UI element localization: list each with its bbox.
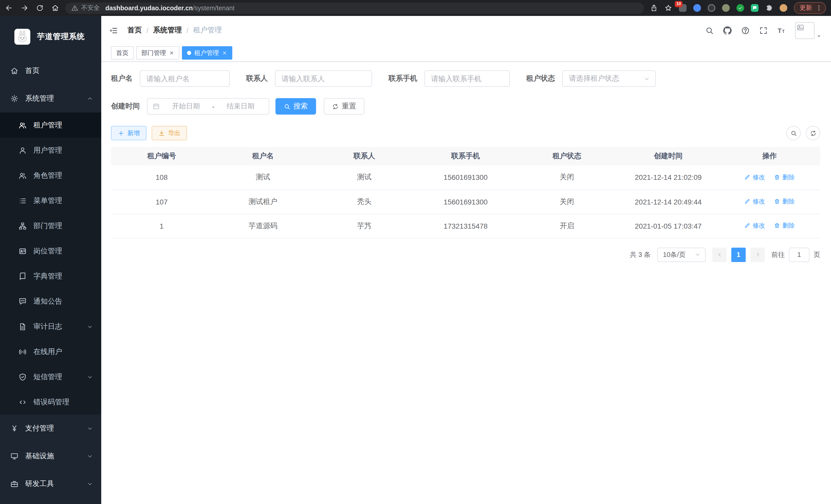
edit-tenant-link[interactable]: 修改 bbox=[744, 197, 765, 206]
sidebar-item-department-management[interactable]: 部门管理 bbox=[0, 213, 101, 238]
page-size-select[interactable]: 10条/页 bbox=[657, 247, 706, 262]
sidebar-item-home[interactable]: 首页 bbox=[0, 57, 101, 85]
sidebar-item-audit-log[interactable]: 审计日志 bbox=[0, 314, 101, 339]
sidebar-fold-icon[interactable] bbox=[109, 25, 118, 35]
broadcast-icon bbox=[19, 348, 27, 356]
browser-menu-dots-icon[interactable] bbox=[815, 5, 822, 11]
sidebar-item-menu-management[interactable]: 菜单管理 bbox=[0, 188, 101, 213]
sidebar-item-dict-management[interactable]: 字典管理 bbox=[0, 264, 101, 289]
font-size-icon[interactable]: TT bbox=[777, 26, 786, 35]
phone-input[interactable] bbox=[425, 70, 510, 87]
cell-created: 2021-12-14 20:49:44 bbox=[618, 189, 719, 214]
edit-icon bbox=[744, 199, 751, 205]
sidebar-item-error-code-management[interactable]: 错误码管理 bbox=[0, 389, 101, 415]
extensions-puzzle-icon[interactable] bbox=[765, 4, 773, 12]
chevron-down-icon bbox=[694, 251, 701, 258]
delete-tenant-link[interactable]: 删除 bbox=[774, 197, 795, 206]
cell-name: 测试 bbox=[212, 166, 314, 189]
edit-tenant-link[interactable]: 修改 bbox=[744, 173, 765, 182]
main-area: 首页 / 系统管理 / 租户管理 TT bbox=[101, 16, 831, 504]
user-avatar-menu[interactable] bbox=[795, 22, 822, 39]
chevron-down-icon bbox=[87, 374, 93, 380]
security-warning-icon[interactable] bbox=[71, 5, 78, 11]
delete-tenant-link[interactable]: 删除 bbox=[774, 173, 795, 182]
cell-actions: 修改 删除 bbox=[719, 166, 820, 189]
sidebar-item-user-management[interactable]: 用户管理 bbox=[0, 138, 101, 163]
phone-label: 联系手机 bbox=[389, 74, 417, 83]
refresh-table-button[interactable] bbox=[806, 126, 820, 140]
contact-input[interactable] bbox=[275, 70, 372, 87]
extension-dark-icon[interactable] bbox=[708, 4, 715, 12]
export-button-label: 导出 bbox=[168, 129, 180, 138]
book-icon bbox=[19, 272, 27, 280]
sidebar-item-infrastructure[interactable]: 基础设施 bbox=[0, 442, 101, 470]
browser-home-icon[interactable] bbox=[51, 4, 59, 12]
active-tab-dot bbox=[187, 51, 191, 55]
search-button[interactable]: 搜索 bbox=[276, 98, 316, 115]
extension-chat-icon[interactable] bbox=[751, 4, 758, 12]
tab-label: 首页 bbox=[116, 49, 128, 57]
bookmark-star-icon[interactable] bbox=[664, 4, 672, 12]
refresh-icon bbox=[810, 130, 816, 137]
sidebar-item-payment-management[interactable]: 支付管理 bbox=[0, 415, 101, 442]
sidebar-item-dev-tools[interactable]: 研发工具 bbox=[0, 470, 101, 498]
browser-forward-icon[interactable] bbox=[21, 4, 28, 12]
chevron-right-icon bbox=[754, 251, 761, 258]
close-icon[interactable] bbox=[222, 50, 227, 56]
column-header-phone: 联系手机 bbox=[415, 147, 516, 166]
next-page-button[interactable] bbox=[750, 247, 765, 262]
breadcrumb-home[interactable]: 首页 bbox=[127, 26, 142, 35]
browser-profile-avatar[interactable] bbox=[780, 4, 787, 12]
chevron-down-icon bbox=[87, 481, 93, 487]
prev-page-button[interactable] bbox=[712, 247, 727, 262]
header-search-icon[interactable] bbox=[705, 26, 714, 35]
sidebar-item-sms-management[interactable]: 短信管理 bbox=[0, 364, 101, 389]
toggle-search-button[interactable] bbox=[786, 126, 801, 140]
sidebar-item-system-management[interactable]: 系统管理 bbox=[0, 85, 101, 113]
cell-name: 测试租户 bbox=[212, 189, 314, 214]
sidebar-item-tenant-management[interactable]: 租户管理 bbox=[0, 113, 101, 138]
create-time-range-picker[interactable]: 开始日期 - 结束日期 bbox=[147, 98, 269, 115]
page-url: dashboard.yudao.iocoder.cn/system/tenant bbox=[105, 4, 235, 11]
extension-green-check-icon[interactable] bbox=[737, 4, 744, 12]
sidebar-item-online-users[interactable]: 在线用户 bbox=[0, 339, 101, 364]
address-bar[interactable]: 不安全 dashboard.yudao.iocoder.cn/system/te… bbox=[65, 2, 644, 13]
cell-status: 关闭 bbox=[516, 166, 618, 189]
page-number-button[interactable]: 1 bbox=[731, 247, 746, 262]
cell-id: 1 bbox=[111, 214, 212, 238]
sidebar-item-notice[interactable]: 通知公告 bbox=[0, 289, 101, 314]
app-logo[interactable]: 芋道管理系统 bbox=[0, 16, 101, 57]
tab-home[interactable]: 首页 bbox=[111, 46, 134, 60]
edit-tenant-link[interactable]: 修改 bbox=[744, 221, 765, 230]
close-icon[interactable] bbox=[169, 50, 174, 56]
navbar-actions: TT bbox=[705, 22, 822, 39]
github-icon[interactable] bbox=[723, 26, 732, 35]
sidebar-item-post-management[interactable]: 岗位管理 bbox=[0, 238, 101, 264]
delete-tenant-link[interactable]: 删除 bbox=[774, 221, 795, 230]
browser-reload-icon[interactable] bbox=[36, 4, 44, 12]
export-button[interactable]: 导出 bbox=[152, 126, 187, 140]
chrome-update-button[interactable]: 更新 bbox=[794, 2, 826, 14]
reset-button[interactable]: 重置 bbox=[324, 98, 364, 115]
tab-dept-management[interactable]: 部门管理 bbox=[136, 46, 179, 60]
extension-badge: 10 bbox=[675, 1, 683, 7]
extension-olive-icon[interactable] bbox=[722, 4, 730, 12]
fullscreen-icon[interactable] bbox=[759, 26, 768, 35]
sidebar-item-role-management[interactable]: 角色管理 bbox=[0, 163, 101, 188]
goto-page-input[interactable] bbox=[789, 247, 809, 262]
help-icon[interactable] bbox=[741, 26, 750, 35]
chevron-down-icon bbox=[87, 453, 93, 459]
table-row: 1 芋道源码 芋艿 17321315478 开启 2021-01-05 17:0… bbox=[111, 214, 820, 238]
tab-tenant-management[interactable]: 租户管理 bbox=[182, 46, 232, 60]
add-tenant-button[interactable]: 新增 bbox=[111, 126, 146, 140]
trash-icon bbox=[774, 174, 780, 180]
tenant-name-input[interactable] bbox=[140, 70, 230, 87]
gear-icon bbox=[10, 94, 19, 103]
filter-row-2: 创建时间 开始日期 - 结束日期 搜索 重置 bbox=[111, 98, 820, 115]
status-select[interactable]: 请选择租户状态 bbox=[562, 70, 656, 87]
extension-blue-icon[interactable] bbox=[693, 4, 701, 12]
browser-back-icon[interactable] bbox=[5, 4, 13, 12]
share-icon[interactable] bbox=[650, 4, 658, 12]
extension-with-badge-icon[interactable]: 10 bbox=[679, 4, 687, 12]
breadcrumb-section[interactable]: 系统管理 bbox=[153, 26, 182, 35]
